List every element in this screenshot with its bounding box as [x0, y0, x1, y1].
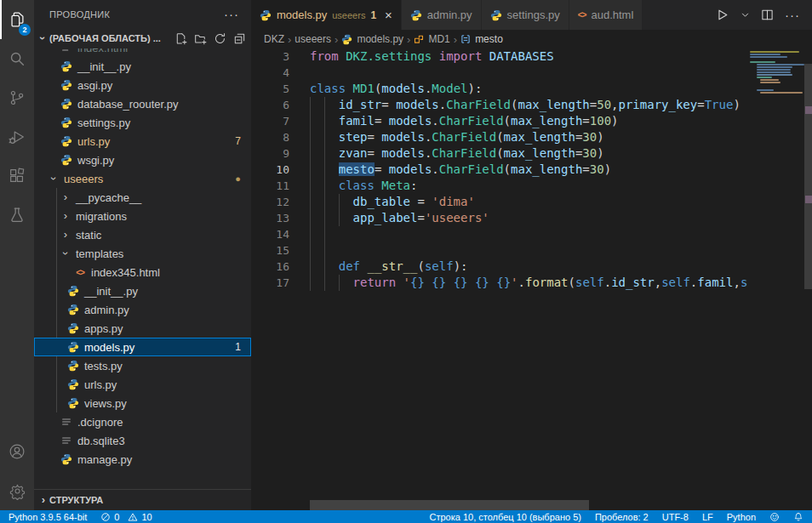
workspace-section-header[interactable]: › (РАБОЧАЯ ОБЛАСТЬ) ...	[34, 29, 251, 48]
tab-aud-html[interactable]: <>aud.html	[569, 0, 643, 30]
activity-item-account[interactable]	[0, 432, 34, 471]
new-folder-icon[interactable]	[194, 32, 207, 45]
collapse-all-icon[interactable]	[233, 32, 246, 45]
breadcrumb-item-md1[interactable]: MD1	[414, 33, 449, 45]
tree-item-label: asgi.py	[77, 79, 112, 92]
tree-item-index-html[interactable]: index.html	[34, 48, 251, 57]
status-language-mode[interactable]: Python	[727, 512, 756, 522]
run-icon[interactable]	[715, 8, 729, 22]
outline-label: СТРУКТУРА	[49, 495, 103, 505]
line-number: 15	[251, 242, 289, 259]
breadcrumb-item-mesto[interactable]: mesto	[460, 33, 503, 45]
tree-item--init-py[interactable]: __init__.py	[34, 57, 251, 76]
status-indentation[interactable]: Пробелов: 2	[595, 512, 649, 522]
status-encoding[interactable]: UTF-8	[662, 512, 689, 522]
code-line-8[interactable]: 8 step= models.CharField(max_length=30)	[251, 129, 747, 145]
more-actions-icon[interactable]: ···	[785, 12, 800, 19]
vertical-scrollbar-thumb[interactable]	[804, 64, 812, 289]
code-line-4[interactable]: 4	[251, 65, 747, 81]
tree-item-admin-py[interactable]: admin.py	[34, 300, 251, 319]
code-line-3[interactable]: 3from DKZ.settings import DATABASES	[251, 48, 747, 65]
tab-settings-py[interactable]: settings.py	[482, 0, 569, 30]
outline-section-header[interactable]: › СТРУКТУРА	[34, 489, 251, 510]
activity-item-settings-gear[interactable]	[0, 471, 34, 510]
chevron-down-icon[interactable]	[741, 10, 750, 20]
breadcrumb-item-dkz[interactable]: DKZ	[264, 33, 284, 45]
tree-item-manage-py[interactable]: manage.py	[34, 450, 251, 469]
chevron-right-icon: ›	[288, 33, 291, 46]
code-area[interactable]: 3from DKZ.settings import DATABASES45cla…	[251, 48, 747, 510]
line-number: 12	[251, 194, 289, 210]
python-file-icon	[410, 9, 422, 21]
code-line-10[interactable]: 10 mesto= models.CharField(max_length=30…	[251, 162, 747, 178]
tree-item-settings-py[interactable]: settings.py	[34, 113, 251, 132]
tree-item-asgi-py[interactable]: asgi.py	[34, 76, 251, 94]
tree-item--dcignore[interactable]: .dcignore	[34, 412, 251, 431]
code-line-12[interactable]: 12 db_table = 'dima'	[251, 194, 747, 210]
activity-item-testing[interactable]	[0, 196, 34, 235]
tree-item-index345-html[interactable]: <>index345.html	[34, 263, 251, 281]
status-bar-right: Строка 10, столбец 10 (выбрано 5)Пробело…	[429, 512, 803, 522]
code-line-14[interactable]: 14	[251, 226, 747, 242]
code-line-6[interactable]: 6 id_str= models.CharField(max_length=50…	[251, 97, 747, 113]
close-icon[interactable]: ×	[385, 9, 392, 21]
line-number: 5	[251, 81, 289, 97]
tab-models-py[interactable]: models.pyuseeers1×	[251, 0, 402, 30]
refresh-icon[interactable]	[214, 32, 226, 45]
bell-icon[interactable]	[793, 512, 803, 522]
tree-item-label: database_roouter.py	[77, 98, 179, 111]
problems-item[interactable]: 0 10	[100, 512, 152, 522]
tab-label: models.py	[277, 9, 327, 21]
tree-item--init-py[interactable]: __init__.py	[34, 281, 251, 300]
new-file-icon[interactable]	[174, 32, 187, 45]
tree-item-useeers[interactable]: ›useeers●	[34, 169, 251, 188]
tree-item--pycache-[interactable]: ›__pycache__	[34, 188, 251, 207]
python-file-icon	[66, 341, 80, 353]
warning-icon	[128, 512, 138, 522]
editor-content[interactable]: 3from DKZ.settings import DATABASES45cla…	[251, 48, 812, 510]
minimap[interactable]	[747, 48, 804, 510]
tree-item-db-sqlite3[interactable]: db.sqlite3	[34, 431, 251, 450]
activity-item-extensions[interactable]	[0, 156, 34, 196]
line-number: 14	[251, 226, 289, 242]
tree-item-label: __init__.py	[84, 285, 138, 298]
tree-item-urls-py[interactable]: urls.py	[34, 375, 251, 394]
horizontal-scrollbar-thumb[interactable]	[310, 500, 589, 510]
status-eol[interactable]: LF	[702, 512, 713, 522]
code-text: famil= models.CharField(max_length=100)	[310, 113, 619, 129]
activity-item-source-control[interactable]	[0, 78, 34, 117]
tree-item-apps-py[interactable]: apps.py	[34, 319, 251, 338]
tab-admin-py[interactable]: admin.py	[402, 0, 482, 30]
tree-item-templates[interactable]: ›templates	[34, 244, 251, 263]
activity-item-search[interactable]	[0, 39, 34, 78]
python-interpreter-item[interactable]: Python 3.9.5 64-bit	[9, 512, 87, 522]
code-line-17[interactable]: 17 return '{} {} {} {} {}'.format(self.i…	[251, 275, 747, 291]
code-line-15[interactable]: 15	[251, 242, 747, 259]
tree-item-views-py[interactable]: views.py	[34, 394, 251, 412]
code-line-5[interactable]: 5class MD1(models.Model):	[251, 81, 747, 97]
tree-item-wsgi-py[interactable]: wsgi.py	[34, 151, 251, 169]
tree-item-static[interactable]: ›static	[34, 225, 251, 244]
tree-item-migrations[interactable]: ›migrations	[34, 207, 251, 225]
tree-item-tests-py[interactable]: tests.py	[34, 356, 251, 375]
activity-item-run-debug[interactable]	[0, 117, 34, 156]
split-editor-icon[interactable]	[761, 9, 774, 21]
tab-label: settings.py	[507, 9, 560, 21]
activity-item-explorer[interactable]: 2	[0, 0, 34, 39]
tree-item-database-roouter-py[interactable]: database_roouter.py	[34, 94, 251, 113]
code-line-9[interactable]: 9 zvan= models.CharField(max_length=30)	[251, 145, 747, 162]
sidebar-more-actions-icon[interactable]: ···	[224, 10, 239, 19]
code-line-7[interactable]: 7 famil= models.CharField(max_length=100…	[251, 113, 747, 129]
code-line-13[interactable]: 13 app_label='useeers'	[251, 210, 747, 226]
tree-item-label: __init__.py	[77, 60, 131, 73]
code-line-11[interactable]: 11 class Meta:	[251, 178, 747, 194]
status-cursor-position[interactable]: Строка 10, столбец 10 (выбрано 5)	[429, 512, 580, 522]
code-line-16[interactable]: 16 def __str__(self):	[251, 259, 747, 275]
breadcrumb-item-useeers[interactable]: useeers	[294, 33, 331, 45]
html-file-icon: <>	[73, 268, 87, 277]
tree-item-urls-py[interactable]: urls.py7	[34, 132, 251, 151]
feedback-icon[interactable]	[769, 512, 780, 522]
tree-item-models-py[interactable]: models.py1	[34, 338, 251, 356]
vertical-scrollbar[interactable]	[804, 48, 812, 510]
breadcrumb-item-models-py[interactable]: models.py	[341, 33, 403, 45]
